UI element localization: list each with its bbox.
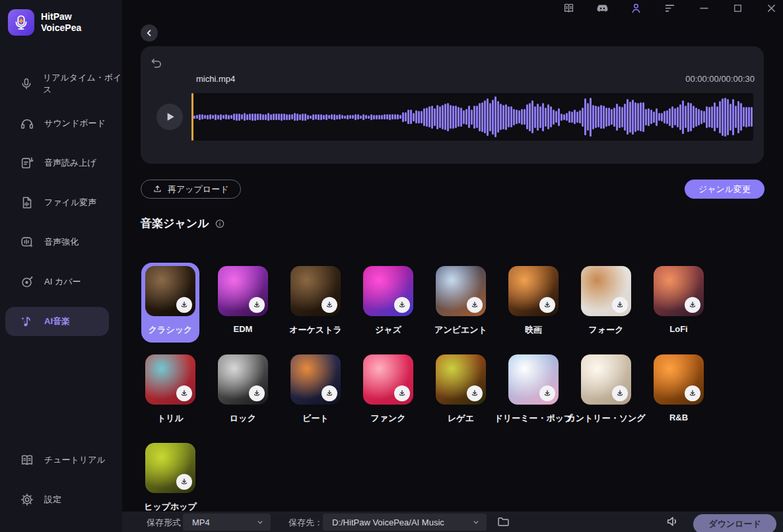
playhead-marker[interactable] (191, 93, 193, 141)
account-icon[interactable] (630, 2, 642, 15)
genre-tile-image (145, 266, 195, 316)
waveform-bar (381, 115, 383, 119)
waveform-bar (394, 114, 396, 119)
download-badge-icon (685, 385, 700, 401)
sidebar-item-settings[interactable]: 設定 (0, 480, 122, 519)
file-voice-changer-icon (20, 195, 34, 210)
undo-icon[interactable] (150, 57, 163, 70)
waveform-bar (355, 114, 357, 120)
genre-tile-rock[interactable]: ロック (207, 351, 279, 431)
waveform-bar (207, 115, 209, 119)
waveform-bar (428, 106, 430, 127)
sidebar-item-ai-cover[interactable]: AI カバー (0, 262, 122, 302)
waveform-bar (307, 115, 309, 119)
genre-tile-jazz[interactable]: ジャズ (352, 263, 425, 343)
genre-tile-image (654, 266, 704, 316)
waveform-bar (296, 114, 298, 121)
genre-tile-lofi[interactable]: LoFi (642, 263, 715, 341)
waveform-bar (664, 111, 665, 123)
waveform-bar (222, 115, 224, 119)
waveform-bar (209, 114, 211, 119)
waveform-bar (671, 106, 673, 128)
waveform-bar (273, 114, 275, 120)
sidebar-item-ai-music[interactable]: AI音楽 (0, 302, 122, 341)
sidebar-item-realtime-voice[interactable]: リアルタイム・ボイス (0, 64, 122, 104)
waveform-bar (605, 108, 607, 127)
waveform-bar (597, 106, 599, 127)
genre-tile-beat[interactable]: ビート (279, 351, 352, 431)
guide-book-icon[interactable] (562, 2, 575, 15)
waveform-bar (632, 100, 634, 135)
waveform-bar (452, 106, 454, 129)
minimize-icon[interactable] (698, 2, 710, 15)
genre-tile-ambient[interactable]: アンビエント (425, 263, 497, 343)
sidebar-nav: リアルタイム・ボイスサウンドボード音声読み上げファイル変声音声強化AI カバーA… (0, 64, 122, 341)
genre-tile-edm[interactable]: EDM (207, 263, 279, 341)
waveform-bar (299, 114, 301, 120)
waveform-bar (252, 114, 254, 121)
menu-icon[interactable] (664, 2, 676, 15)
waveform-bar (436, 105, 438, 129)
genre-tile-movie[interactable]: 映画 (497, 263, 570, 343)
play-button[interactable] (156, 104, 183, 130)
download-badge-icon (539, 297, 555, 313)
genre-tile-orchestra[interactable]: オーケストラ (279, 263, 352, 343)
genre-tile-country-song[interactable]: カントリー・ソング (570, 351, 642, 431)
section-title: 音楽ジャンル (141, 216, 209, 231)
waveform-bar (238, 114, 240, 121)
genre-tile-folk[interactable]: フォーク (570, 263, 642, 343)
change-genre-label: ジャンル変更 (698, 183, 751, 195)
waveform-bar (634, 102, 636, 132)
genre-tile-rnb[interactable]: R&B (642, 351, 715, 429)
waveform-bar (566, 113, 568, 121)
sidebar-item-file-voice-changer[interactable]: ファイル変声 (0, 183, 122, 222)
waveform-bar (281, 114, 283, 121)
waveform-bar (270, 114, 272, 120)
waveform-bar (267, 113, 269, 121)
genre-tile-image (363, 354, 413, 405)
sidebar-item-voice-enhance[interactable]: 音声強化 (0, 222, 122, 262)
discord-icon[interactable] (596, 2, 609, 15)
waveform-bar (196, 115, 198, 119)
genre-tile-classical[interactable]: クラシック (134, 263, 207, 343)
download-label: ダウンロード (708, 518, 761, 530)
save-format-select[interactable]: MP4 (183, 514, 271, 531)
waveform-bar (568, 111, 570, 123)
waveform-bar (603, 106, 605, 129)
waveform-bar (246, 114, 248, 120)
open-folder-icon[interactable] (496, 515, 510, 529)
sidebar-item-text-to-speech[interactable]: 音声読み上げ (0, 143, 122, 183)
genre-tile-label: 映画 (525, 324, 542, 336)
sidebar-item-soundboard[interactable]: サウンドボード (0, 104, 122, 143)
volume-icon[interactable] (665, 514, 680, 529)
waveform-bar (431, 106, 433, 129)
download-button[interactable]: ダウンロード (693, 514, 776, 532)
download-badge-icon (249, 385, 265, 401)
waveform-bar (722, 98, 724, 136)
save-destination-select[interactable]: D:/HitPaw VoicePea/AI Music (323, 514, 487, 531)
waveform-bar (473, 106, 475, 129)
reupload-button[interactable]: 再アップロード (141, 180, 241, 199)
change-genre-button[interactable]: ジャンル変更 (685, 180, 765, 199)
close-icon[interactable] (765, 2, 778, 15)
waveform-bar (751, 107, 753, 127)
download-badge-icon (394, 385, 410, 401)
genre-tile-funk[interactable]: ファンク (352, 351, 425, 431)
waveform-bar (217, 115, 219, 119)
waveform-bar (349, 115, 351, 119)
sidebar-item-tutorial[interactable]: チュートリアル (0, 440, 122, 480)
genre-tile-hiphop[interactable]: ヒップホップ (134, 440, 207, 519)
back-button[interactable] (141, 24, 158, 42)
waveform-bar (259, 114, 261, 120)
maximize-icon[interactable] (732, 2, 744, 15)
info-icon[interactable] (215, 218, 225, 229)
genre-tile-reggae[interactable]: レゲエ (425, 351, 497, 431)
waveform-bar (518, 110, 520, 123)
waveform[interactable] (193, 93, 753, 141)
download-badge-icon (176, 385, 192, 401)
genre-tile-dreamy-pop[interactable]: ドリーミー・ポップ (497, 351, 570, 431)
waveform-bar (674, 108, 676, 125)
waveform-bar (484, 100, 486, 133)
waveform-bar (730, 104, 732, 131)
genre-tile-trill[interactable]: トリル (134, 351, 207, 431)
